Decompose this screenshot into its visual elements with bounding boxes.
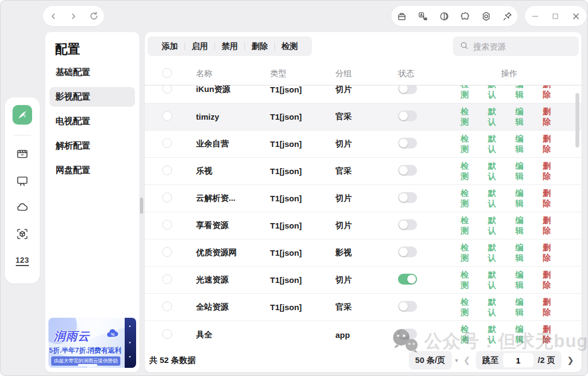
row-checkbox[interactable]	[162, 247, 172, 257]
clapperboard-icon[interactable]	[14, 146, 30, 162]
action-edit-link[interactable]: 编辑	[516, 243, 530, 263]
action-delete-link[interactable]: 删除	[543, 107, 558, 127]
row-checkbox[interactable]	[162, 85, 172, 94]
status-toggle[interactable]	[398, 138, 417, 149]
search-input[interactable]	[473, 42, 560, 51]
status-toggle[interactable]	[398, 301, 417, 312]
app-logo-icon[interactable]	[13, 105, 32, 125]
config-menu-item[interactable]: 影视配置	[50, 87, 135, 107]
tv-icon[interactable]	[14, 172, 30, 189]
action-check-link[interactable]: 检测	[461, 270, 475, 291]
action-check-link[interactable]: 检测	[461, 85, 475, 100]
action-check-link[interactable]: 检测	[461, 188, 475, 209]
action-delete-link[interactable]: 删除	[543, 188, 558, 209]
forward-icon[interactable]	[65, 8, 82, 24]
config-menu-item[interactable]: 电视配置	[50, 112, 135, 131]
action-default-link[interactable]: 默认	[488, 85, 503, 100]
toolbar-button[interactable]: 删除	[245, 41, 274, 52]
action-check-link[interactable]: 检测	[461, 107, 475, 127]
toolbar-button[interactable]: 禁用	[215, 41, 244, 52]
action-default-link[interactable]: 默认	[488, 324, 503, 345]
page-input[interactable]	[503, 353, 534, 367]
row-group: 切片	[335, 220, 398, 231]
action-delete-link[interactable]: 删除	[543, 215, 558, 236]
status-toggle[interactable]	[398, 110, 417, 121]
action-check-link[interactable]: 检测	[461, 134, 475, 155]
action-default-link[interactable]: 默认	[488, 243, 503, 263]
next-page-icon[interactable]: ❯	[567, 355, 574, 365]
action-delete-link[interactable]: 删除	[543, 85, 558, 100]
action-edit-link[interactable]: 编辑	[516, 324, 530, 345]
row-checkbox[interactable]	[162, 193, 172, 202]
config-menu-item[interactable]: 解析配置	[50, 136, 135, 156]
gift-icon[interactable]	[394, 8, 410, 24]
row-checkbox[interactable]	[162, 329, 172, 339]
page-size-select[interactable]: 50 条/页	[409, 351, 452, 369]
pin-icon[interactable]	[499, 8, 516, 24]
status-toggle[interactable]	[398, 192, 417, 203]
refresh-icon[interactable]	[85, 8, 102, 24]
translate-icon[interactable]	[415, 8, 431, 24]
numbers-123-icon[interactable]: 123	[14, 252, 30, 269]
row-checkbox[interactable]	[162, 111, 172, 121]
extensions-icon[interactable]	[457, 8, 473, 24]
action-default-link[interactable]: 默认	[488, 297, 503, 318]
status-toggle[interactable]	[398, 274, 417, 285]
action-check-link[interactable]: 检测	[461, 324, 475, 345]
table-scrollbar[interactable]	[575, 93, 579, 147]
cube-scan-icon[interactable]	[14, 226, 30, 242]
minimize-icon[interactable]	[527, 8, 543, 24]
action-delete-link[interactable]: 删除	[543, 134, 558, 155]
back-icon[interactable]	[45, 8, 62, 24]
action-default-link[interactable]: 默认	[488, 107, 503, 127]
row-actions: 检测默认编辑删除	[461, 324, 558, 345]
theme-contrast-icon[interactable]	[436, 8, 452, 24]
action-edit-link[interactable]: 编辑	[516, 270, 530, 291]
action-edit-link[interactable]: 编辑	[516, 134, 530, 155]
action-edit-link[interactable]: 编辑	[516, 161, 530, 182]
action-delete-link[interactable]: 删除	[543, 324, 558, 345]
action-default-link[interactable]: 默认	[488, 215, 503, 236]
action-delete-link[interactable]: 删除	[543, 270, 558, 291]
config-menu-item[interactable]: 基础配置	[50, 63, 135, 82]
row-checkbox[interactable]	[162, 138, 172, 148]
action-default-link[interactable]: 默认	[488, 270, 503, 291]
settings-icon[interactable]	[478, 8, 494, 24]
action-default-link[interactable]: 默认	[488, 134, 503, 155]
status-toggle[interactable]	[398, 246, 417, 257]
toolbar-button[interactable]: 添加	[155, 41, 185, 52]
action-check-link[interactable]: 检测	[461, 215, 475, 236]
select-all-checkbox[interactable]	[162, 68, 172, 78]
status-toggle[interactable]	[398, 219, 417, 230]
action-edit-link[interactable]: 编辑	[516, 297, 530, 318]
status-toggle[interactable]	[398, 165, 417, 176]
action-check-link[interactable]: 检测	[461, 297, 475, 318]
action-delete-link[interactable]: 删除	[543, 243, 558, 263]
action-delete-link[interactable]: 删除	[543, 161, 558, 182]
row-checkbox[interactable]	[162, 220, 172, 230]
maximize-icon[interactable]	[547, 8, 564, 24]
action-check-link[interactable]: 检测	[461, 161, 475, 182]
action-edit-link[interactable]: 编辑	[516, 85, 530, 100]
close-icon[interactable]	[568, 8, 584, 24]
action-delete-link[interactable]: 删除	[543, 297, 558, 318]
action-edit-link[interactable]: 编辑	[516, 215, 530, 236]
action-check-link[interactable]: 检测	[461, 243, 475, 263]
action-edit-link[interactable]: 编辑	[516, 107, 530, 127]
row-group: 切片	[335, 193, 398, 204]
action-default-link[interactable]: 默认	[488, 161, 503, 182]
panel-scroll-handle[interactable]	[140, 198, 143, 214]
action-edit-link[interactable]: 编辑	[516, 188, 530, 209]
status-toggle[interactable]	[398, 329, 417, 340]
status-toggle[interactable]	[398, 85, 417, 94]
toolbar-button[interactable]: 启用	[185, 41, 215, 52]
action-default-link[interactable]: 默认	[488, 188, 503, 209]
row-checkbox[interactable]	[162, 274, 172, 284]
ad-banner[interactable]: 润雨云 % 5折.半年7折.消费有返利 由超大带宽的润雨云提供赞助	[48, 318, 136, 368]
prev-page-icon[interactable]: ❮	[463, 355, 470, 365]
config-menu-item[interactable]: 网盘配置	[50, 161, 135, 180]
row-checkbox[interactable]	[162, 301, 172, 311]
cloud-icon[interactable]	[14, 199, 30, 215]
toolbar-button[interactable]: 检测	[275, 41, 304, 52]
row-checkbox[interactable]	[162, 165, 172, 175]
